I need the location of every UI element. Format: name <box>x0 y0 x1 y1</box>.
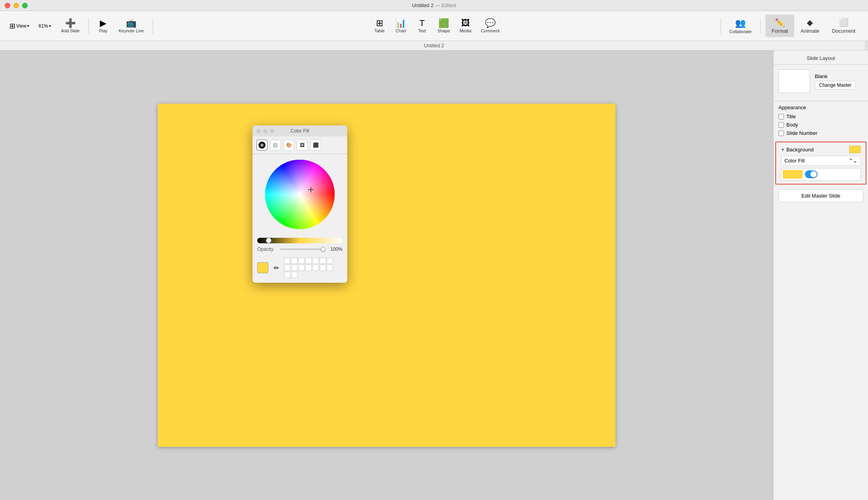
swatch-10[interactable] <box>298 265 305 271</box>
tab-animate[interactable]: ◆ Animate <box>794 15 826 37</box>
layout-name: Blank <box>815 73 856 79</box>
slide-canvas[interactable] <box>158 104 615 447</box>
text-icon: T <box>419 19 425 28</box>
shape-icon: 🟩 <box>438 19 449 28</box>
swatch-3[interactable] <box>298 257 305 264</box>
current-color-swatch[interactable] <box>257 262 268 273</box>
opacity-thumb[interactable] <box>321 247 326 252</box>
brightness-thumb[interactable] <box>266 238 271 243</box>
horizontal-scrollbar[interactable] <box>865 41 868 50</box>
opacity-value: 100% <box>329 246 342 252</box>
bg-color-preview[interactable] <box>783 170 803 179</box>
appearance-title: Appearance <box>778 104 863 110</box>
view-button[interactable]: ⊞ View ▾ <box>6 20 32 32</box>
canvas-area: Color Fill <box>0 50 773 500</box>
zoom-button[interactable]: 61% ▾ <box>36 22 54 30</box>
swatch-1[interactable] <box>284 257 290 264</box>
swatch-5[interactable] <box>312 257 319 264</box>
collaborate-button[interactable]: 👥 Collaborate <box>726 16 756 36</box>
swatch-4[interactable] <box>305 257 312 264</box>
slide-number-label: Slide Number <box>786 130 817 136</box>
popup-tab-palette[interactable]: ⬛ <box>310 140 321 151</box>
add-slide-button[interactable]: ➕ Add Slide <box>57 17 84 35</box>
swatch-15[interactable] <box>284 272 290 278</box>
swatch-8[interactable] <box>284 265 290 271</box>
swatch-14[interactable] <box>327 265 333 271</box>
popup-close[interactable] <box>256 129 261 133</box>
format-icon: ✏️ <box>775 18 785 27</box>
close-button[interactable] <box>5 3 10 8</box>
toolbar-separator-4 <box>760 18 761 34</box>
bg-fill-dropdown[interactable]: Color Fill ⌃⌄ <box>781 156 861 166</box>
layout-row: Blank Change Master <box>778 69 863 93</box>
bg-title: ▼ Background <box>781 147 814 153</box>
swatch-9[interactable] <box>291 265 297 271</box>
swatch-6[interactable] <box>320 257 326 264</box>
maximize-button[interactable] <box>22 3 28 8</box>
brightness-slider[interactable] <box>257 238 342 243</box>
bg-header: ▼ Background <box>781 146 861 153</box>
svg-point-1 <box>258 142 266 149</box>
minimize-button[interactable] <box>13 3 19 8</box>
brightness-slider-row <box>253 236 347 245</box>
tab-document[interactable]: ⬜ Document <box>826 15 862 37</box>
table-icon: ⊞ <box>376 19 383 28</box>
opacity-slider[interactable] <box>280 248 326 250</box>
titlebar: Untitled 2 — Edited <box>0 0 868 11</box>
document-icon: ⬜ <box>839 18 849 27</box>
swatch-7[interactable] <box>327 257 333 264</box>
title-checkbox[interactable] <box>778 114 784 119</box>
bg-color-swatch[interactable] <box>849 146 861 153</box>
slide-title: Untitled 2 <box>424 43 444 49</box>
comment-icon: 💬 <box>485 19 496 28</box>
swatch-16[interactable] <box>291 272 297 278</box>
edit-master-slide-button[interactable]: Edit Master Slide <box>778 189 863 202</box>
table-button[interactable]: ⊞ Table <box>370 17 389 35</box>
add-slide-icon: ➕ <box>65 19 76 28</box>
window-title: Untitled 2 — Edited <box>412 2 456 8</box>
body-checkbox-row: Body <box>778 122 863 128</box>
media-button[interactable]: 🖼 Media <box>456 17 475 35</box>
popup-titlebar: Color Fill <box>253 125 347 136</box>
toolbar-separator-1 <box>88 18 89 34</box>
swatch-11[interactable] <box>305 265 312 271</box>
popup-tab-sliders[interactable]: ⊟ <box>270 140 281 151</box>
format-tabs: ✏️ Format ◆ Animate ⬜ Document <box>765 15 862 37</box>
tab-format[interactable]: ✏️ Format <box>765 15 794 37</box>
popup-tabs: ⊟ 🎨 🖼 ⬛ <box>253 136 347 154</box>
popup-max[interactable] <box>270 129 274 133</box>
color-wheel-wrapper[interactable] <box>264 159 335 231</box>
body-checkbox[interactable] <box>778 122 784 128</box>
popup-tab-image[interactable]: 🖼 <box>297 140 308 151</box>
main-layout: Color Fill <box>0 50 868 500</box>
eyedropper-button[interactable]: ✏ <box>271 262 282 273</box>
title-checkbox-row: Title <box>778 114 863 119</box>
bg-chevron-icon: ▼ <box>781 147 785 152</box>
media-icon: 🖼 <box>461 19 470 28</box>
popup-tab-pencils[interactable]: 🎨 <box>283 140 294 151</box>
opacity-row: Opacity 100% <box>253 245 347 255</box>
comment-button[interactable]: 💬 Comment <box>477 17 504 35</box>
swatch-13[interactable] <box>320 265 326 271</box>
change-master-button[interactable]: Change Master <box>815 81 856 90</box>
layout-thumbnail <box>778 69 810 93</box>
bg-toggle[interactable] <box>805 170 817 178</box>
keynote-live-icon: 📺 <box>126 19 137 28</box>
swatch-2[interactable] <box>291 257 297 264</box>
chart-button[interactable]: 📊 Chart <box>391 17 411 35</box>
slide-number-checkbox[interactable] <box>778 131 784 136</box>
popup-tab-wheel[interactable] <box>256 140 268 151</box>
traffic-lights <box>5 3 28 8</box>
text-button[interactable]: T Text <box>412 17 432 35</box>
color-wheel-svg[interactable] <box>264 159 335 230</box>
slide-layout-section: Blank Change Master <box>774 65 868 101</box>
popup-min[interactable] <box>263 129 268 133</box>
chart-icon: 📊 <box>395 19 406 28</box>
color-bottom-row: ✏ <box>253 255 347 283</box>
shape-button[interactable]: 🟩 Shape <box>434 17 454 35</box>
right-panel: Slide Layout Blank Change Master Appeara… <box>773 50 868 500</box>
play-button[interactable]: ▶ Play <box>94 17 113 35</box>
swatch-12[interactable] <box>312 265 319 271</box>
bg-fill-type-label: Color Fill <box>784 158 804 164</box>
keynote-live-button[interactable]: 📺 Keynote Live <box>115 17 148 35</box>
